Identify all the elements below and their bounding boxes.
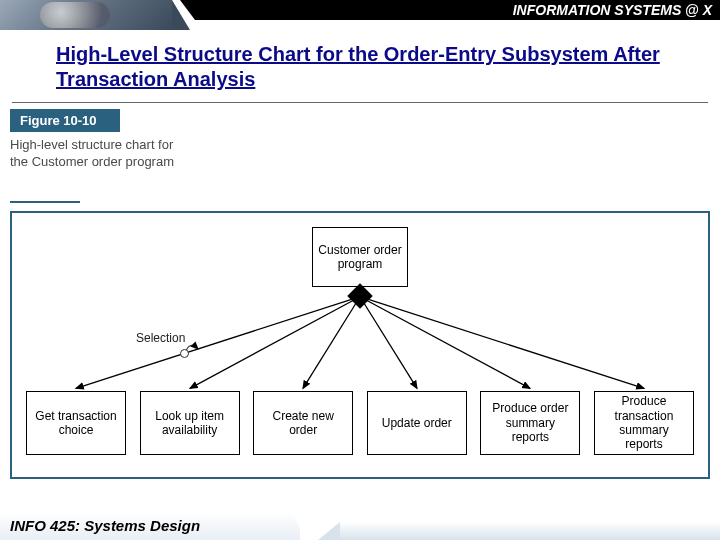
figure-caption: High-level structure chart for the Custo… <box>10 137 190 171</box>
title-underline-rule <box>12 102 708 103</box>
child-module-box: Look up item availability <box>140 391 240 455</box>
selection-label: Selection <box>136 331 185 345</box>
svg-line-3 <box>360 297 417 389</box>
figure-caption-rule <box>10 201 80 203</box>
svg-line-2 <box>303 297 360 389</box>
root-module-box: Customer order program <box>312 227 408 287</box>
course-label: INFO 425: Systems Design <box>0 512 300 540</box>
figure-area: Figure 10-10 High-level structure chart … <box>10 109 710 489</box>
slide-title: High-Level Structure Chart for the Order… <box>56 42 680 92</box>
svg-line-5 <box>360 297 644 389</box>
child-module-box: Produce order summary reports <box>480 391 580 455</box>
child-module-box: Produce transaction summary reports <box>594 391 694 455</box>
svg-line-0 <box>76 297 360 389</box>
slide-footer: INFO 425: Systems Design <box>0 510 720 540</box>
figure-label: Figure 10-10 <box>10 109 120 132</box>
handshake-icon <box>40 2 110 28</box>
header-decor-left <box>0 0 180 30</box>
footer-decor-right <box>340 522 720 540</box>
transaction-center-diamond-icon <box>347 283 372 308</box>
svg-line-1 <box>190 297 360 389</box>
child-module-box: Update order <box>367 391 467 455</box>
svg-line-4 <box>360 297 530 389</box>
structure-chart: Customer order program Selection Get tra… <box>10 211 710 479</box>
child-module-box: Get transaction choice <box>26 391 126 455</box>
child-module-box: Create new order <box>253 391 353 455</box>
selection-data-couple-icon <box>180 349 189 358</box>
slide-header: INFORMATION SYSTEMS @ X <box>0 0 720 30</box>
brand-bar: INFORMATION SYSTEMS @ X <box>195 0 720 20</box>
child-module-row: Get transaction choice Look up item avai… <box>12 391 708 455</box>
